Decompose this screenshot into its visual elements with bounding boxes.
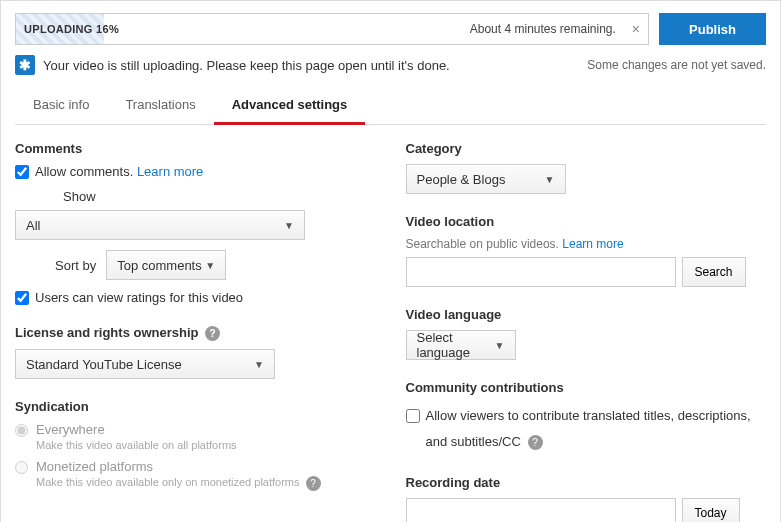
sort-by-label: Sort by <box>55 258 96 273</box>
caret-down-icon: ▼ <box>495 340 505 351</box>
contributions-text-2: and subtitles/CC <box>426 434 521 449</box>
syndication-everywhere-radio[interactable] <box>15 424 28 437</box>
asterisk-icon: ✱ <box>15 55 35 75</box>
category-value: People & Blogs <box>417 172 506 187</box>
tab-advanced-settings[interactable]: Advanced settings <box>214 89 366 125</box>
help-icon[interactable]: ? <box>528 435 543 450</box>
category-select[interactable]: People & Blogs ▼ <box>406 164 566 194</box>
allow-comments-learn-more[interactable]: Learn more <box>137 164 203 179</box>
category-heading: Category <box>406 141 767 156</box>
allow-comments-label: Allow comments. <box>35 164 133 179</box>
community-contributions-checkbox[interactable] <box>406 409 420 423</box>
caret-down-icon: ▼ <box>284 220 294 231</box>
comments-heading: Comments <box>15 141 376 156</box>
help-icon[interactable]: ? <box>205 326 220 341</box>
caret-down-icon: ▼ <box>254 359 264 370</box>
license-value: Standard YouTube License <box>26 357 182 372</box>
syndication-monetized-label: Monetized platforms <box>36 459 321 474</box>
time-remaining: About 4 minutes remaining. <box>470 22 624 36</box>
syndication-monetized-radio[interactable] <box>15 461 28 474</box>
help-icon[interactable]: ? <box>306 476 321 491</box>
show-label: Show <box>63 189 376 204</box>
license-heading: License and rights ownership ? <box>15 325 376 341</box>
caret-down-icon: ▼ <box>545 174 555 185</box>
sort-by-value: Top comments <box>117 258 202 273</box>
syndication-everywhere-hint: Make this video available on all platfor… <box>36 439 237 451</box>
save-status: Some changes are not yet saved. <box>587 58 766 72</box>
ratings-label: Users can view ratings for this video <box>35 290 243 305</box>
show-value: All <box>26 218 40 233</box>
video-location-input[interactable] <box>406 257 676 287</box>
caret-down-icon: ▼ <box>205 260 215 271</box>
today-button[interactable]: Today <box>682 498 740 522</box>
show-select[interactable]: All ▼ <box>15 210 305 240</box>
publish-button[interactable]: Publish <box>659 13 766 45</box>
upload-progress-box: UPLOADING 16% About 4 minutes remaining.… <box>15 13 649 45</box>
upload-status-text: UPLOADING 16% <box>16 23 119 35</box>
close-icon[interactable]: × <box>624 21 648 37</box>
tab-translations[interactable]: Translations <box>107 89 213 124</box>
license-select[interactable]: Standard YouTube License ▼ <box>15 349 275 379</box>
video-language-select[interactable]: Select language ▼ <box>406 330 516 360</box>
contributions-text-1: Allow viewers to contribute translated t… <box>426 408 751 423</box>
video-location-hint: Searchable on public videos. Learn more <box>406 237 767 251</box>
syndication-monetized-hint: Make this video available only on moneti… <box>36 476 321 491</box>
video-language-heading: Video language <box>406 307 767 322</box>
video-location-heading: Video location <box>406 214 767 229</box>
video-language-value: Select language <box>417 330 489 360</box>
location-learn-more[interactable]: Learn more <box>562 237 623 251</box>
syndication-everywhere-label: Everywhere <box>36 422 237 437</box>
location-search-button[interactable]: Search <box>682 257 746 287</box>
tab-basic-info[interactable]: Basic info <box>15 89 107 124</box>
community-contributions-heading: Community contributions <box>406 380 767 395</box>
syndication-heading: Syndication <box>15 399 376 414</box>
recording-date-heading: Recording date <box>406 475 767 490</box>
recording-date-input[interactable] <box>406 498 676 522</box>
upload-notice: Your video is still uploading. Please ke… <box>43 58 450 73</box>
allow-comments-checkbox[interactable] <box>15 165 29 179</box>
sort-by-select[interactable]: Top comments ▼ <box>106 250 226 280</box>
ratings-checkbox[interactable] <box>15 291 29 305</box>
